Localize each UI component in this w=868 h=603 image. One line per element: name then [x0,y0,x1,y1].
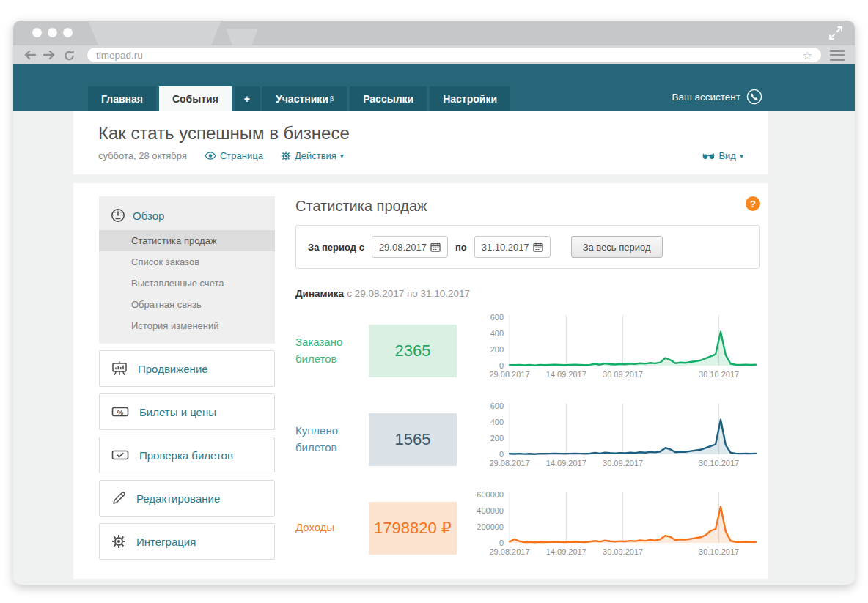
nav-tab-events[interactable]: События [159,86,232,111]
revenue-chart: 020000040000060000029.08.201714.09.20173… [468,490,760,566]
metric-row-revenue: Доходы 1798820 ₽ 020000040000060000029.0… [295,490,760,566]
svg-text:14.09.2017: 14.09.2017 [546,370,586,379]
sidebar-section-editing[interactable]: Редактирование [99,480,275,517]
site-header: Главная События + Участникиβ Рассылки На… [13,64,855,111]
browser-window: timepad.ru ☆ Главная События + Участники… [13,21,855,585]
gauge-icon [111,208,125,223]
sidebar-item-overview[interactable]: Обзор [99,205,275,230]
all-period-button[interactable]: За весь период [571,236,663,258]
sidebar-section-ticket-check[interactable]: Проверка билетов [99,437,275,473]
new-tab-button[interactable] [226,29,258,45]
nav-tab-mailings[interactable]: Рассылки [350,86,427,111]
browser-menu-icon[interactable] [830,50,845,61]
gear-icon [281,151,291,161]
expand-icon[interactable] [828,26,843,43]
metric-value-purchased: 1565 [369,413,457,466]
sidebar-item-invoices[interactable]: Выставленные счета [99,273,275,294]
svg-text:0: 0 [499,450,504,459]
bookmark-star-icon[interactable]: ☆ [803,50,812,61]
view-dropdown[interactable]: Вид ▾ [702,150,743,161]
pencil-icon [111,491,126,506]
calendar-icon[interactable] [533,242,543,252]
sidebar-section-integration[interactable]: Интеграция [99,523,275,560]
svg-text:30.09.2017: 30.09.2017 [603,459,643,467]
glasses-icon [702,152,715,160]
svg-text:30.09.2017: 30.09.2017 [603,547,643,556]
eye-icon [205,152,216,160]
dynamics-heading: Динамикас 29.08.2017 по 31.10.2017 [295,286,760,300]
url-text[interactable]: timepad.ru [96,50,803,61]
dynamics-range: с 29.08.2017 по 31.10.2017 [347,288,470,299]
browser-toolbar: timepad.ru ☆ [13,45,855,64]
nav-tab-participants[interactable]: Участникиβ [262,86,347,111]
event-meta-row: суббота, 28 октября Страница Действия ▾ … [98,150,743,161]
browser-tab[interactable] [88,21,221,45]
sidebar-item-orders-list[interactable]: Список заказов [99,251,275,273]
nav-tab-settings[interactable]: Настройки [430,86,510,111]
svg-text:200: 200 [490,345,504,354]
svg-text:400: 400 [490,418,504,426]
event-date: суббота, 28 октября [98,150,187,161]
stats-heading: Статистика продаж [295,196,427,215]
svg-text:30.09.2017: 30.09.2017 [603,370,643,379]
actions-dropdown[interactable]: Действия ▾ [281,150,344,161]
svg-text:%: % [117,408,124,416]
ticket-percent-icon: % [111,405,129,418]
svg-text:400: 400 [490,329,504,338]
chevron-down-icon: ▾ [340,152,344,160]
page-link[interactable]: Страница [205,150,263,161]
gear-icon [111,534,126,549]
period-to-label: по [455,242,467,253]
phone-icon [746,89,762,105]
window-control-dots [32,28,73,37]
ticket-check-icon [111,448,129,462]
metric-label-purchased: Куплено билетов [295,423,369,456]
event-header-card: Как стать успешным в бизнесе суббота, 28… [73,111,768,174]
nav-tab-home[interactable]: Главная [88,86,156,111]
svg-text:14.09.2017: 14.09.2017 [546,547,586,556]
svg-text:600: 600 [490,402,504,410]
presentation-icon [111,361,128,376]
date-to-input[interactable] [482,242,533,253]
reload-icon[interactable] [63,49,76,62]
svg-text:600000: 600000 [477,490,504,499]
date-to-field[interactable] [474,236,551,258]
period-from-label: За период с [308,242,364,253]
metric-label-ordered: Заказано билетов [295,334,369,367]
sidebar-item-feedback[interactable]: Обратная связь [99,294,275,315]
svg-text:29.08.2017: 29.08.2017 [489,370,529,379]
assistant-label: Ваш ассистент [672,92,740,103]
sidebar-section-tickets-prices[interactable]: % Билеты и цены [99,393,275,430]
nav-tab-add[interactable]: + [235,86,260,111]
event-sidebar: Обзор Статистика продаж Список заказов В… [99,196,275,560]
window-dot [48,28,57,37]
svg-text:600: 600 [490,313,504,322]
svg-text:0: 0 [499,539,504,547]
sidebar-item-change-history[interactable]: История изменений [99,315,275,336]
ordered-tickets-chart: 020040060029.08.201714.09.201730.09.2017… [468,313,760,388]
overview-menu: Обзор Статистика продаж Список заказов В… [99,196,275,344]
svg-text:200000: 200000 [477,522,504,531]
metric-row-purchased-tickets: Куплено билетов 1565 020040060029.08.201… [295,402,760,477]
calendar-icon[interactable] [430,242,441,252]
metric-value-revenue: 1798820 ₽ [369,502,457,555]
sidebar-section-promotion[interactable]: Продвижение [99,350,275,387]
assistant-link[interactable]: Ваш ассистент [672,89,762,105]
metric-row-ordered-tickets: Заказано билетов 2365 020040060029.08.20… [295,313,760,388]
help-icon[interactable]: ? [746,196,760,211]
sales-statistics-panel: Статистика продаж ? За период с по [295,196,760,566]
back-icon[interactable] [23,50,36,60]
date-from-input[interactable] [379,242,430,253]
date-from-field[interactable] [372,236,448,258]
address-bar[interactable]: timepad.ru ☆ [87,48,821,62]
svg-text:200: 200 [490,434,504,443]
content-card: Обзор Статистика продаж Список заказов В… [73,183,768,579]
svg-text:0: 0 [499,361,504,370]
forward-icon[interactable] [43,50,56,60]
svg-text:29.08.2017: 29.08.2017 [489,547,529,556]
metric-value-ordered: 2365 [369,325,457,377]
sidebar-item-sales-statistics[interactable]: Статистика продаж [99,230,275,251]
main-navigation: Главная События + Участникиβ Рассылки На… [88,86,510,111]
svg-text:30.10.2017: 30.10.2017 [699,370,739,379]
svg-text:400000: 400000 [477,506,504,515]
